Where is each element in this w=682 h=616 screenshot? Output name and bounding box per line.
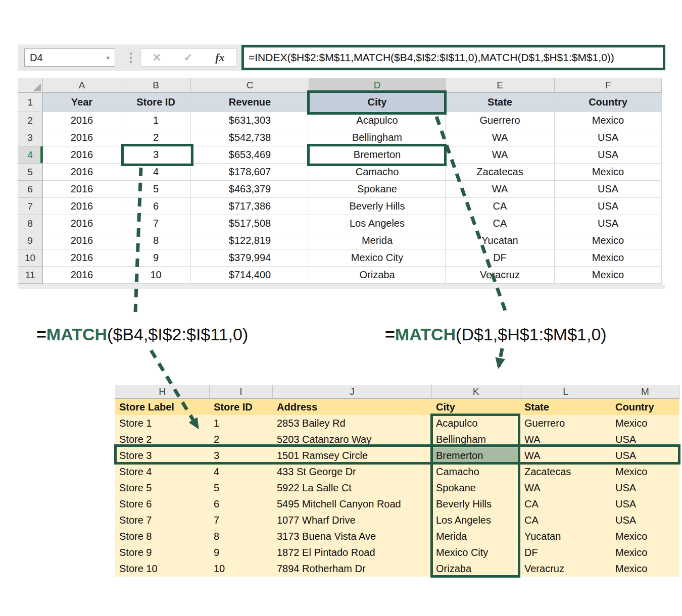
cell-intersection-bremerton[interactable]: Bremerton [432, 447, 520, 464]
cell[interactable]: 2016 [43, 232, 121, 249]
cell[interactable]: USA [611, 447, 679, 464]
cell[interactable]: Mexico [555, 249, 662, 267]
cell[interactable]: Store 8 [115, 528, 210, 544]
cell[interactable]: 2 [210, 431, 273, 447]
cell[interactable]: WA [520, 431, 611, 447]
cell[interactable]: Year [43, 93, 121, 112]
cell[interactable]: 7 [210, 512, 273, 528]
cell[interactable]: Veracruz [446, 267, 555, 284]
cell[interactable]: WA [446, 146, 555, 164]
cell[interactable]: 2016 [43, 267, 121, 284]
cell[interactable]: Store 4 [115, 464, 210, 480]
cancel-icon[interactable]: ✕ [152, 52, 161, 64]
cell[interactable]: Store 10 [115, 560, 210, 577]
cell[interactable]: CA [520, 512, 611, 528]
cell[interactable]: 2853 Bailey Rd [273, 415, 432, 431]
cell[interactable]: Mexico [611, 560, 679, 577]
formula-input[interactable]: =INDEX($H$2:$M$11,MATCH($B4,$I$2:$I$11,0… [241, 45, 665, 70]
cell[interactable]: 2016 [43, 146, 121, 164]
column-header-d-selected[interactable]: D [309, 78, 446, 93]
cell[interactable]: WA [446, 181, 555, 198]
cell[interactable]: $717,386 [191, 198, 309, 215]
cell[interactable]: WA [520, 480, 611, 496]
enter-icon[interactable]: ✓ [184, 52, 193, 64]
cell[interactable]: Store 7 [115, 512, 210, 528]
cell[interactable]: Zacatecas [446, 164, 555, 181]
cell[interactable]: USA [555, 198, 662, 215]
cell[interactable]: 9 [121, 249, 191, 267]
cell[interactable]: Bellingham [309, 129, 446, 146]
cell[interactable]: $122,819 [191, 232, 309, 249]
cell[interactable]: 6 [210, 496, 273, 512]
column-header-a[interactable]: A [43, 78, 121, 93]
column-header-h[interactable]: H [115, 385, 210, 399]
cell[interactable]: CA [446, 198, 555, 215]
row-header[interactable]: 6 [18, 181, 43, 198]
cell[interactable]: Veracruz [520, 560, 611, 577]
cell[interactable]: Beverly Hills [432, 496, 520, 512]
cell-match-row[interactable]: 3 [210, 447, 273, 464]
row-header[interactable]: 1 [18, 93, 43, 112]
cell[interactable]: 1077 Wharf Drive [273, 512, 432, 528]
cell[interactable]: 5 [121, 181, 191, 198]
cell[interactable]: Store Label [115, 399, 210, 415]
chevron-down-icon[interactable]: ▾ [106, 54, 110, 62]
row-header-4-selected[interactable]: 4 [18, 146, 43, 164]
cell[interactable]: Mexico [611, 415, 679, 431]
cell[interactable]: $178,607 [191, 164, 309, 181]
cell[interactable]: Revenue [191, 93, 309, 112]
cell[interactable]: 3173 Buena Vista Ave [273, 528, 432, 544]
cell[interactable]: Orizaba [309, 267, 446, 284]
cell[interactable]: 1 [210, 415, 273, 431]
cell[interactable]: $542,738 [191, 129, 309, 146]
cell[interactable]: 2016 [43, 215, 121, 232]
cell[interactable]: Acapulco [309, 112, 446, 129]
cell[interactable]: 9 [210, 544, 273, 560]
cell[interactable]: Los Angeles [309, 215, 446, 232]
cell[interactable]: 2016 [43, 249, 121, 267]
cell[interactable]: Mexico City [309, 249, 446, 267]
cell[interactable]: Camacho [432, 464, 520, 480]
cell[interactable]: Yucatan [520, 528, 611, 544]
cell[interactable]: State [520, 399, 611, 415]
cell[interactable]: Merida [432, 528, 520, 544]
column-header-k[interactable]: K [432, 385, 520, 399]
cell[interactable]: 2016 [43, 112, 121, 129]
drag-handle-icon[interactable]: ⋮ [125, 48, 137, 67]
cell[interactable]: $517,508 [191, 215, 309, 232]
column-header-l[interactable]: L [520, 385, 611, 399]
cell[interactable]: Mexico [555, 267, 662, 284]
cell[interactable]: 5 [210, 480, 273, 496]
cell[interactable]: WA [446, 129, 555, 146]
cell[interactable]: 7894 Rotherham Dr [273, 560, 432, 577]
cell[interactable]: Store 2 [115, 431, 210, 447]
cell[interactable]: Mexico [611, 464, 679, 480]
cell[interactable]: USA [611, 512, 679, 528]
row-header[interactable]: 8 [18, 215, 43, 232]
cell[interactable]: 2016 [43, 181, 121, 198]
cell[interactable]: Store ID [210, 399, 273, 415]
cell[interactable]: 4 [210, 464, 273, 480]
cell[interactable]: $463,379 [191, 181, 309, 198]
cell[interactable]: 5922 La Salle Ct [273, 480, 432, 496]
row-header[interactable]: 2 [18, 112, 43, 129]
cell[interactable]: 8 [210, 528, 273, 544]
cell[interactable]: Store 5 [115, 480, 210, 496]
select-all-corner[interactable] [18, 78, 43, 93]
cell[interactable]: Camacho [309, 164, 446, 181]
cell[interactable]: 2016 [43, 129, 121, 146]
cell[interactable]: Mexico [555, 232, 662, 249]
insert-function-icon[interactable]: fx [215, 51, 224, 64]
cell[interactable]: $714,400 [191, 267, 309, 284]
cell[interactable]: CA [520, 496, 611, 512]
cell[interactable]: DF [446, 249, 555, 267]
cell[interactable]: Mexico [555, 164, 662, 181]
cell[interactable]: DF [520, 544, 611, 560]
cell[interactable]: Store ID [121, 93, 191, 112]
column-header-m[interactable]: M [611, 385, 679, 399]
cell[interactable]: Mexico City [432, 544, 520, 560]
cell[interactable]: Beverly Hills [309, 198, 446, 215]
cell[interactable]: Spokane [432, 480, 520, 496]
cell[interactable]: Spokane [309, 181, 446, 198]
cell[interactable]: USA [555, 215, 662, 232]
